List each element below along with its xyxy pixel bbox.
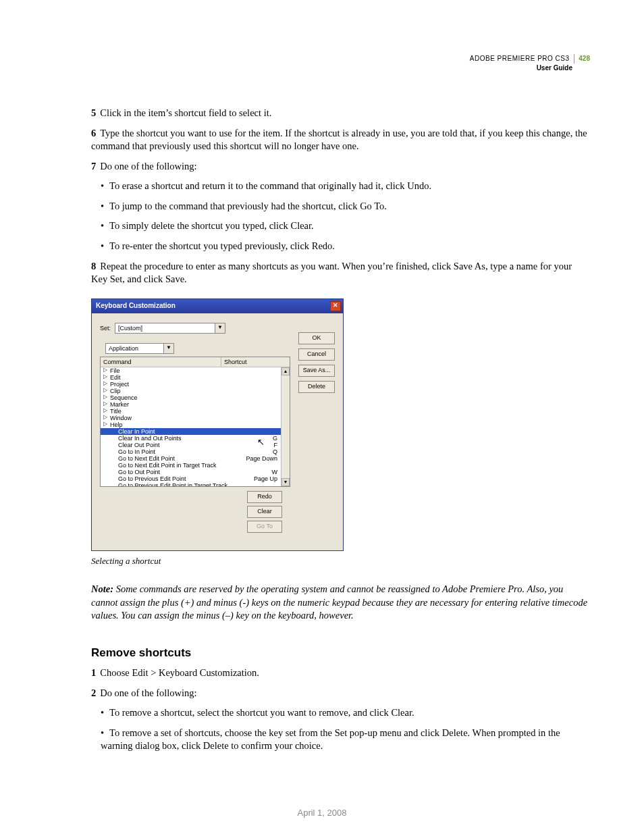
chevron-down-icon: ▼ — [163, 344, 173, 353]
set-dropdown[interactable]: [Custom] ▼ — [115, 323, 225, 334]
step-text: Choose Edit > Keyboard Customization. — [100, 667, 259, 678]
bullet-item: •To simply delete the shortcut you typed… — [91, 219, 590, 233]
col-command: Command — [101, 357, 221, 367]
step-7: 7Do one of the following: — [91, 160, 590, 174]
bullet-text: To simply delete the shortcut you typed,… — [109, 220, 314, 231]
bullet-icon: • — [101, 201, 104, 211]
goto-button[interactable]: Go To — [247, 521, 282, 533]
redo-button[interactable]: Redo — [247, 491, 282, 503]
saveas-button[interactable]: Save As... — [298, 365, 335, 377]
doc-subtitle: User Guide — [537, 64, 572, 72]
ok-button[interactable]: OK — [298, 332, 335, 344]
set-label: Set: — [100, 324, 111, 332]
expand-icon[interactable]: ▷ — [102, 421, 109, 428]
grid-rows[interactable]: ▷File ▷Edit ▷Project ▷Clip ▷Sequence ▷Ma… — [101, 367, 290, 486]
footer-date: April 1, 2008 — [0, 808, 644, 818]
step-2: 2Do one of the following: — [91, 687, 590, 700]
chevron-down-icon: ▼ — [215, 323, 225, 333]
figure-caption: Selecting a shortcut — [91, 555, 590, 567]
step-5: 5Click in the item’s shortcut field to s… — [91, 107, 590, 120]
bullet-icon: • — [101, 727, 104, 738]
step-number: 2 — [91, 687, 96, 698]
bullet-item: •To remove a shortcut, select the shortc… — [91, 706, 590, 720]
shortcut-grid: Command Shortcut ▷File ▷Edit ▷Project ▷C… — [100, 357, 290, 487]
bullet-item: •To re-enter the shortcut you typed prev… — [91, 240, 590, 253]
bullet-icon: • — [101, 707, 104, 718]
bullet-icon: • — [101, 180, 104, 191]
grid-header: Command Shortcut — [101, 357, 290, 367]
step-8: 8Repeat the procedure to enter as many s… — [91, 260, 590, 286]
step-text: Type the shortcut you want to use for th… — [91, 128, 587, 152]
note-label: Note: — [91, 583, 113, 594]
bullet-text: To remove a set of shortcuts, choose the… — [101, 727, 560, 752]
keyboard-customization-dialog: Keyboard Customization ✕ Set: [Custom] ▼ — [91, 298, 344, 551]
col-shortcut: Shortcut — [221, 357, 290, 367]
step-number: 5 — [91, 107, 96, 118]
set-value: [Custom] — [118, 324, 142, 332]
step-number: 6 — [91, 128, 96, 138]
page-number: 428 — [574, 54, 590, 63]
scroll-up-icon[interactable]: ▲ — [281, 367, 290, 375]
figure-keyboard-customization: Keyboard Customization ✕ Set: [Custom] ▼ — [91, 298, 590, 551]
delete-button[interactable]: Delete — [298, 381, 335, 393]
cancel-button[interactable]: Cancel — [298, 348, 335, 361]
step-text: Do one of the following: — [100, 161, 196, 172]
close-icon[interactable]: ✕ — [330, 301, 341, 311]
step-text: Do one of the following: — [100, 687, 196, 698]
scroll-down-icon[interactable]: ▼ — [281, 478, 290, 486]
section-heading: Remove shortcuts — [91, 646, 590, 661]
bullet-item: •To remove a set of shortcuts, choose th… — [91, 727, 590, 753]
step-number: 8 — [91, 261, 96, 271]
page-header: ADOBE PREMIERE PRO CS3 428 User Guide — [91, 54, 590, 73]
dialog-titlebar: Keyboard Customization ✕ — [92, 299, 343, 313]
step-text: Click in the item’s shortcut field to se… — [100, 107, 271, 118]
clear-button[interactable]: Clear — [247, 506, 282, 518]
bullet-text: To remove a shortcut, select the shortcu… — [109, 707, 414, 718]
dialog-title: Keyboard Customization — [96, 301, 176, 311]
scope-dropdown[interactable]: Application ▼ — [105, 343, 174, 354]
scrollbar[interactable]: ▲ ▼ — [281, 367, 290, 486]
step-number: 1 — [91, 667, 96, 678]
step-number: 7 — [91, 161, 96, 172]
step-text: Repeat the procedure to enter as many sh… — [91, 261, 572, 285]
step-1: 1Choose Edit > Keyboard Customization. — [91, 667, 590, 680]
note-block: Note: Some commands are reserved by the … — [91, 583, 590, 623]
bullet-text: To jump to the command that previously h… — [109, 201, 387, 211]
note-text: Some commands are reserved by the operat… — [91, 583, 587, 621]
set-row: Set: [Custom] ▼ — [100, 323, 290, 334]
scope-value: Application — [109, 344, 138, 353]
bullet-icon: • — [101, 240, 104, 251]
bullet-text: To erase a shortcut and return it to the… — [109, 180, 431, 191]
bullet-text: To re-enter the shortcut you typed previ… — [109, 240, 335, 251]
step-6: 6Type the shortcut you want to use for t… — [91, 127, 590, 153]
bullet-item: •To jump to the command that previously … — [91, 200, 590, 213]
bullet-icon: • — [101, 220, 104, 231]
product-name: ADOBE PREMIERE PRO CS3 — [470, 55, 570, 62]
bullet-item: •To erase a shortcut and return it to th… — [91, 180, 590, 193]
